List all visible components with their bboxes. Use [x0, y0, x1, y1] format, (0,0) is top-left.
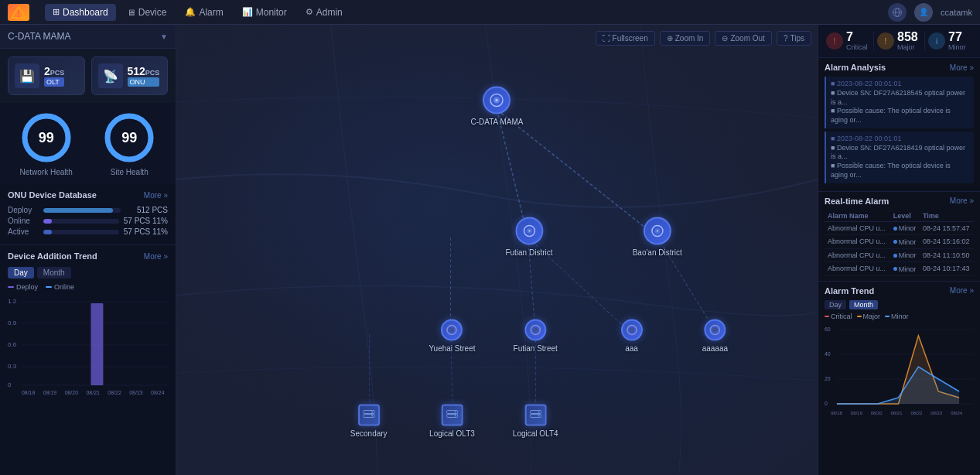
- alarm-trend-header: Alarm Trend More: [825, 286, 974, 296]
- left-panel: C-DATA MAMA ▼ 💾 2PCS OLT 📡 512PCS: [0, 25, 176, 475]
- svg-point-58: [371, 415, 373, 417]
- online-legend-dot: [46, 286, 52, 288]
- device-trend-header: Device Addition Trend More: [8, 251, 168, 261]
- svg-text:08/20: 08/20: [871, 410, 883, 415]
- node-yuehai[interactable]: Yuehai Street: [429, 319, 475, 352]
- map-area: C-DATA MAMA Futian District: [176, 25, 818, 475]
- alarm-trend-more[interactable]: More: [950, 286, 974, 295]
- trend-tab-month[interactable]: Month: [37, 267, 71, 279]
- avatar[interactable]: 👤: [914, 3, 933, 22]
- nav-item-device[interactable]: 🖥 Device: [119, 4, 175, 21]
- svg-text:08/23: 08/23: [129, 390, 143, 395]
- fullscreen-button[interactable]: ⛶ Fullscreen: [596, 31, 655, 46]
- nav-item-admin[interactable]: ⚙ Admin: [298, 4, 350, 21]
- olt4-node-icon: [524, 405, 546, 426]
- site-selector[interactable]: C-DATA MAMA ▼: [0, 25, 176, 49]
- zoom-out-button[interactable]: ⊖ Zoom Out: [715, 31, 771, 46]
- nav-label-dashboard: Dashboard: [63, 7, 108, 18]
- node-aaaaa[interactable]: aaaaaa: [702, 319, 728, 352]
- onu-info: 512PCS ONU: [128, 65, 160, 87]
- aaaaa-node-label: aaaaaa: [702, 343, 728, 352]
- svg-point-45: [657, 230, 658, 231]
- online-bar-fill: [43, 219, 52, 224]
- svg-rect-56: [364, 419, 374, 420]
- alarm-time-cell: 08-24 10:17:43: [920, 262, 974, 276]
- secondary-node-label: Secondary: [350, 429, 388, 438]
- major-value: 858: [897, 31, 918, 43]
- alarm-entry-2-time: ■ 2023-08-22 00:01:01: [831, 135, 969, 142]
- svg-text:08/21: 08/21: [87, 390, 101, 395]
- alarm-trend-legend: Critical Major Minor: [825, 313, 974, 320]
- critical-info: 7 Critical: [846, 31, 868, 51]
- alarm-level-cell: Minor: [890, 248, 920, 262]
- node-aaa[interactable]: aaa: [621, 319, 643, 352]
- svg-text:0: 0: [8, 381, 12, 388]
- zoom-out-icon: ⊖: [722, 34, 728, 43]
- major-label: Major: [897, 43, 918, 51]
- svg-text:0.9: 0.9: [8, 320, 17, 326]
- node-olt3[interactable]: Logical OLT3: [429, 405, 475, 438]
- fullscreen-icon: ⛶: [603, 34, 610, 43]
- network-health-label: Network Health: [20, 168, 73, 176]
- device-trend-tabs: Day Month: [8, 267, 168, 279]
- aaaaa-node-icon: [704, 319, 726, 340]
- aaa-node-icon: [621, 319, 643, 340]
- olt3-node-icon: [441, 405, 463, 426]
- nav-item-monitor[interactable]: 📊 Monitor: [234, 4, 295, 21]
- globe-icon[interactable]: [888, 3, 907, 22]
- alarm-level-cell: Minor: [890, 262, 920, 276]
- site-health-label: Site Health: [111, 168, 149, 176]
- node-olt4[interactable]: Logical OLT4: [513, 405, 558, 438]
- node-baoan[interactable]: Bao'an District: [633, 217, 682, 256]
- online-label: Online: [8, 217, 39, 225]
- alarm-entry-1-line1: ■ Device SN: DF27A6218545 optical power …: [831, 89, 969, 107]
- alarm-table-row: Abnormal CPU u... Minor 08-24 15:57:47: [825, 221, 974, 235]
- realtime-alarm-table: Alarm Name Level Time Abnormal CPU u... …: [825, 210, 974, 276]
- svg-text:08/19: 08/19: [851, 410, 863, 415]
- critical-legend-label: Critical: [831, 313, 852, 320]
- map-toolbar: ⛶ Fullscreen ⊕ Zoom In ⊖ Zoom Out ? Tips: [596, 31, 811, 46]
- onu-database-more[interactable]: More: [144, 191, 168, 200]
- nav-label-monitor: Monitor: [256, 7, 287, 18]
- alarm-trend-tab-month[interactable]: Month: [849, 300, 878, 309]
- zoom-in-button[interactable]: ⊕ Zoom In: [660, 31, 711, 46]
- alarm-name-cell: Abnormal CPU u...: [825, 262, 890, 276]
- device-trend-more[interactable]: More: [144, 252, 168, 261]
- svg-point-39: [496, 99, 498, 101]
- tips-icon: ?: [784, 34, 788, 43]
- minor-icon: i: [928, 32, 945, 50]
- baoan-node-icon: [644, 217, 671, 244]
- alarm-table-row: Abnormal CPU u... Minor 08-24 15:16:02: [825, 235, 974, 249]
- username: ccatamk: [941, 8, 972, 17]
- nav-right: 👤 ccatamk: [888, 3, 972, 22]
- svg-point-2: [18, 15, 20, 17]
- alarm-analysis-title: Alarm Analysis: [825, 63, 886, 72]
- major-legend-dot: [857, 316, 862, 317]
- svg-point-42: [528, 230, 530, 231]
- admin-icon: ⚙: [306, 7, 313, 17]
- minor-legend-label: Minor: [891, 313, 909, 320]
- online-value: 57 PCS 11%: [124, 217, 168, 225]
- alarm-table-row: Abnormal CPU u... Minor 08-24 10:17:43: [825, 262, 974, 276]
- node-futian[interactable]: Futian District: [505, 217, 552, 256]
- alarm-trend-tab-day[interactable]: Day: [825, 300, 846, 309]
- alarm-analysis-more[interactable]: More: [950, 63, 974, 72]
- nav-item-alarm[interactable]: 🔔 Alarm: [177, 4, 230, 21]
- network-health-value: 99: [39, 130, 54, 146]
- node-futian-street[interactable]: Futian Street: [514, 319, 558, 352]
- alarm-entry-1-time: ■ 2023-08-22 00:01:01: [831, 80, 969, 87]
- alarm-trend-tabs: Day Month: [825, 300, 974, 309]
- zoom-in-icon: ⊕: [667, 34, 673, 43]
- nav-item-dashboard[interactable]: ⊞ Dashboard: [45, 4, 116, 21]
- futian-node-label: Futian District: [505, 248, 552, 256]
- legend-major: Major: [857, 313, 881, 320]
- tips-button[interactable]: ? Tips: [777, 31, 811, 46]
- realtime-alarm-more[interactable]: More: [950, 196, 974, 205]
- node-secondary[interactable]: Secondary: [350, 405, 388, 438]
- trend-tab-day[interactable]: Day: [8, 267, 34, 279]
- top-navigation: ⊞ Dashboard 🖥 Device 🔔 Alarm 📊 Monitor ⚙…: [0, 0, 980, 25]
- svg-point-49: [533, 327, 538, 332]
- node-root[interactable]: C-DATA MAMA: [471, 86, 524, 125]
- aaa-node-label: aaa: [625, 343, 638, 352]
- alarm-entry-2-line1: ■ Device SN: DF27A6218419 optical power …: [831, 144, 969, 162]
